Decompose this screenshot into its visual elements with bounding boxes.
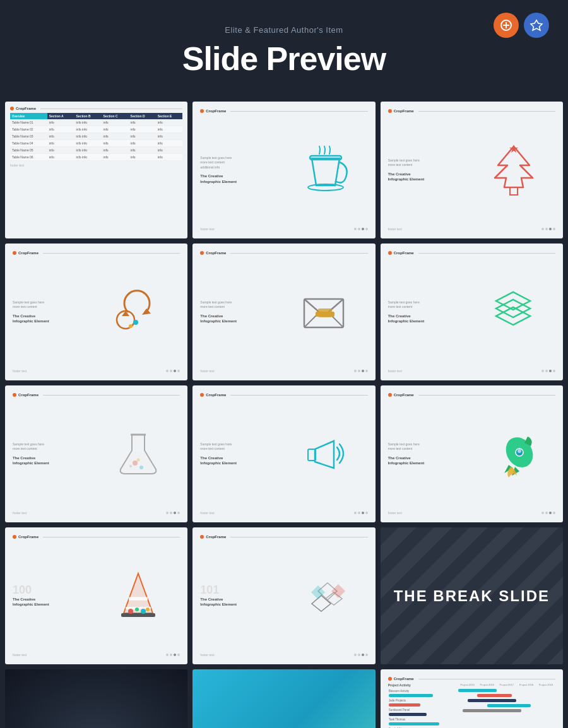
slide-footer: footer text <box>13 511 180 515</box>
slide-logo: CropFrame <box>10 107 182 110</box>
slide-coffee: CropFrame Sample text goes heremore text… <box>192 102 375 238</box>
break-slide-title: THE BREAK SLIDE <box>394 587 550 605</box>
header-subtitle: Elite & Featured Author's Item <box>13 25 555 35</box>
slide-megaphone: CropFrame Sample text goes heremore text… <box>192 385 375 522</box>
slide-rocket: CropFrame Sample text goes heremore text… <box>381 385 563 522</box>
slide-gantt: CropFrame Project Activity Blossom Activ… <box>381 669 563 728</box>
slide-body-text: Sample text goes heremore text content <box>13 300 76 310</box>
slide-table: CropFrame Overview Section A Section B S… <box>5 102 187 238</box>
slide-logo: CropFrame <box>13 251 180 255</box>
svg-rect-16 <box>316 312 334 317</box>
slide-label: The CreativeInfographic Element <box>388 314 472 324</box>
icon-flask-container <box>97 428 180 479</box>
svg-marker-39 <box>332 585 345 597</box>
slide-label: The CreativeInfographic Element <box>200 455 284 466</box>
icon-coffee-container <box>284 144 368 195</box>
slide-logo: CropFrame <box>200 393 367 397</box>
slide-body-text: Sample text goes heremore text content <box>388 442 451 452</box>
slide-gradient-break: BREAK SLIDE <box>192 669 375 728</box>
slide-label: The CreativeInfographic Element <box>200 314 284 324</box>
slide-label: The CreativeInfographic Element <box>13 314 97 324</box>
svg-rect-31 <box>121 613 155 617</box>
slide-label: The CreativeInfographic Element <box>388 455 472 466</box>
icon-mail-container <box>284 290 368 334</box>
slide-logo: CropFrame <box>13 393 180 397</box>
slide-logo: CropFrame <box>200 535 367 539</box>
slide-flask: CropFrame Sample text goes heremore text… <box>5 385 187 522</box>
slide-logo: CropFrame <box>200 251 367 255</box>
slide-label: The CreativeInfographic Element <box>200 173 284 184</box>
svg-marker-3 <box>531 20 542 30</box>
elite-badge-icon <box>494 13 519 38</box>
slide-footer: footer text <box>200 511 367 515</box>
svg-rect-7 <box>510 187 518 195</box>
slide-logo: CropFrame <box>388 109 555 113</box>
slide-layers: CropFrame Sample text goes heremore text… <box>381 244 563 380</box>
icon-tree-container <box>471 143 555 197</box>
slide-diamonds: CropFrame 101 The CreativeInfographic El… <box>192 527 375 664</box>
slide-footer: footer text <box>13 653 180 657</box>
slide-label: The CreativeInfographic Element <box>200 597 284 608</box>
slide-cone: CropFrame 100 The CreativeInfographic El… <box>5 527 187 664</box>
slide-number: 100 <box>13 584 97 596</box>
slide-label: The CreativeInfographic Element <box>388 172 472 182</box>
svg-point-34 <box>141 609 146 614</box>
svg-point-33 <box>135 608 139 611</box>
icon-cone-container <box>97 570 180 621</box>
svg-point-12 <box>133 320 138 325</box>
icon-megaphone-container <box>284 432 368 476</box>
slide-label: The CreativeInfographic Element <box>13 597 97 608</box>
slide-logo: CropFrame <box>388 393 555 397</box>
icon-recycle-container <box>97 290 180 334</box>
slide-footer: footer text <box>388 369 555 373</box>
svg-point-32 <box>128 609 133 614</box>
icon-rocket-container <box>471 430 555 478</box>
svg-point-35 <box>146 608 150 611</box>
slide-logo: CropFrame <box>13 535 180 539</box>
slide-body-text: Sample text goes heremore text content <box>200 300 263 310</box>
svg-marker-9 <box>142 308 151 315</box>
svg-point-28 <box>518 449 521 453</box>
slide-footer: footer text <box>200 227 367 231</box>
slide-label: The CreativeInfographic Element <box>13 455 97 466</box>
svg-marker-18 <box>496 300 530 317</box>
svg-point-13 <box>129 324 133 328</box>
header-title: Slide Preview <box>13 40 555 78</box>
slide-tree: CropFrame Sample text goes heremore text… <box>381 102 563 238</box>
slide-body-text: Sample text goes heremore text content <box>388 300 451 310</box>
slide-body-text: Sample text goes heremore text content <box>13 442 76 452</box>
slide-body-text: Sample text goes heremore text content <box>200 442 263 452</box>
svg-marker-6 <box>495 146 533 187</box>
slide-logo: CropFrame <box>200 109 367 113</box>
slide-dark-quote: "Success is walking from failureto failu… <box>5 669 187 728</box>
slides-grid: CropFrame Overview Section A Section B S… <box>0 97 568 728</box>
featured-badge-icon <box>524 13 549 38</box>
slide-footer: footer text <box>200 653 367 657</box>
slide-logo: CropFrame <box>388 251 555 255</box>
slide-number: 101 <box>200 584 284 596</box>
slide-body-text: Sample text goes heremore text contentad… <box>200 156 263 170</box>
slide-footer: footer text <box>200 369 367 373</box>
slide-footer: footer text <box>388 227 555 231</box>
slide-mail: CropFrame Sample text goes heremore text… <box>192 244 375 380</box>
icon-diamonds-container <box>284 573 368 618</box>
slide-footer: footer text <box>13 369 180 373</box>
slide-footer: footer text <box>388 511 555 515</box>
svg-marker-38 <box>312 596 331 611</box>
slide-break-dark: THE BREAK SLIDE <box>381 527 563 664</box>
icon-layers-container <box>471 288 555 336</box>
mini-table: Overview Section A Section B Section C S… <box>10 113 182 161</box>
header: Elite & Featured Author's Item Slide Pre… <box>0 0 568 97</box>
slide-footer: footer text <box>10 163 182 167</box>
slide-body-text: Sample text goes heremore text content <box>388 158 451 168</box>
slide-recycle: CropFrame Sample text goes heremore text… <box>5 244 187 380</box>
badge-icons <box>494 13 549 38</box>
slide-logo: CropFrame <box>388 677 555 681</box>
svg-marker-8 <box>509 144 518 153</box>
